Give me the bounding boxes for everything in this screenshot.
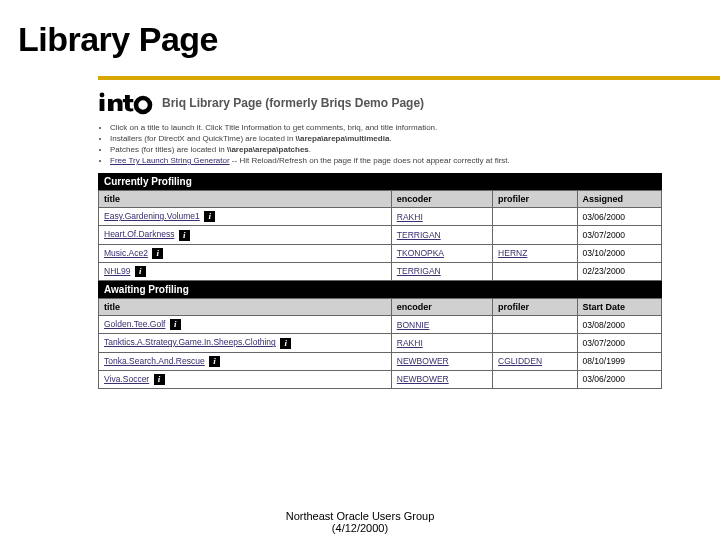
section-header-profiling: Currently Profiling: [98, 173, 662, 190]
cell-encoder: BONNIE: [391, 316, 492, 334]
cell-profiler: [493, 262, 577, 280]
cell-title: NHL99 i: [99, 262, 392, 280]
cell-title: Easy.Gardening.Volume1 i: [99, 208, 392, 226]
cell-encoder: RAKHI: [391, 208, 492, 226]
slide-title: Library Page: [18, 20, 702, 59]
page-subtitle: Briq Library Page (formerly Briqs Demo P…: [162, 96, 424, 110]
encoder-link[interactable]: RAKHI: [397, 212, 423, 222]
col-title: title: [99, 299, 392, 316]
title-link[interactable]: Viva.Soccer: [104, 374, 149, 384]
col-encoder: encoder: [391, 299, 492, 316]
col-profiler: profiler: [493, 299, 577, 316]
cell-encoder: NEWBOWER: [391, 370, 492, 388]
table-row: Viva.Soccer iNEWBOWER03/06/2000: [99, 370, 662, 388]
profiler-link[interactable]: HERNZ: [498, 248, 527, 258]
bullet-2: Installers (for DirectX and QuickTime) a…: [110, 134, 662, 143]
cell-date: 03/06/2000: [577, 370, 661, 388]
cell-encoder: NEWBOWER: [391, 352, 492, 370]
col-title: title: [99, 191, 392, 208]
cell-encoder: TERRIGAN: [391, 226, 492, 244]
col-profiler: profiler: [493, 191, 577, 208]
cell-profiler: [493, 208, 577, 226]
table-row: Tanktics.A.Strategy.Game.In.Sheeps.Cloth…: [99, 334, 662, 352]
encoder-link[interactable]: RAKHI: [397, 338, 423, 348]
info-icon[interactable]: i: [204, 211, 215, 222]
screenshot-content: Briq Library Page (formerly Briqs Demo P…: [98, 91, 662, 389]
cell-date: 02/23/2000: [577, 262, 661, 280]
encoder-link[interactable]: BONNIE: [397, 320, 430, 330]
cell-date: 03/07/2000: [577, 226, 661, 244]
svg-point-0: [100, 93, 105, 98]
table-row: Music.Ace2 iTKONOPKAHERNZ03/10/2000: [99, 244, 662, 262]
bullet-1: Click on a title to launch it. Click Tit…: [110, 123, 662, 132]
encoder-link[interactable]: TERRIGAN: [397, 266, 441, 276]
cell-title: Golden.Tee.Golf i: [99, 316, 392, 334]
title-link[interactable]: Heart.Of.Darkness: [104, 229, 174, 239]
currently-profiling-table: title encoder profiler Assigned Easy.Gar…: [98, 190, 662, 281]
cell-date: 03/08/2000: [577, 316, 661, 334]
slide-footer: Northeast Oracle Users Group (4/12/2000): [0, 510, 720, 534]
info-icon[interactable]: i: [154, 374, 165, 385]
col-encoder: encoder: [391, 191, 492, 208]
instruction-bullets: Click on a title to launch it. Click Tit…: [98, 123, 662, 165]
cell-profiler: [493, 334, 577, 352]
cell-title: Tonka.Search.And.Rescue i: [99, 352, 392, 370]
table-row: Tonka.Search.And.Rescue iNEWBOWERCGLIDDE…: [99, 352, 662, 370]
info-icon[interactable]: i: [209, 356, 220, 367]
cell-date: 03/07/2000: [577, 334, 661, 352]
col-assigned: Assigned: [577, 191, 661, 208]
col-startdate: Start Date: [577, 299, 661, 316]
svg-rect-1: [100, 99, 105, 111]
title-link[interactable]: NHL99: [104, 266, 130, 276]
encoder-link[interactable]: TERRIGAN: [397, 230, 441, 240]
title-underline: [98, 76, 720, 80]
encoder-link[interactable]: TKONOPKA: [397, 248, 444, 258]
table-row: Golden.Tee.Golf iBONNIE03/08/2000: [99, 316, 662, 334]
table-row: Heart.Of.Darkness iTERRIGAN03/07/2000: [99, 226, 662, 244]
table-header-row: title encoder profiler Assigned: [99, 191, 662, 208]
cell-date: 03/06/2000: [577, 208, 661, 226]
cell-title: Music.Ace2 i: [99, 244, 392, 262]
table-row: Easy.Gardening.Volume1 iRAKHI03/06/2000: [99, 208, 662, 226]
title-link[interactable]: Tanktics.A.Strategy.Game.In.Sheeps.Cloth…: [104, 337, 276, 347]
cell-profiler: [493, 370, 577, 388]
table-row: NHL99 iTERRIGAN02/23/2000: [99, 262, 662, 280]
info-icon[interactable]: i: [179, 230, 190, 241]
cell-profiler: CGLIDDEN: [493, 352, 577, 370]
encoder-link[interactable]: NEWBOWER: [397, 356, 449, 366]
into-networks-logo: [98, 91, 154, 115]
launch-string-generator-link[interactable]: Free Try Launch String Generator: [110, 156, 230, 165]
cell-encoder: RAKHI: [391, 334, 492, 352]
info-icon[interactable]: i: [170, 319, 181, 330]
awaiting-profiling-table: title encoder profiler Start Date Golden…: [98, 298, 662, 389]
title-link[interactable]: Tonka.Search.And.Rescue: [104, 356, 205, 366]
info-icon[interactable]: i: [152, 248, 163, 259]
logo-row: Briq Library Page (formerly Briqs Demo P…: [98, 91, 662, 115]
cell-profiler: [493, 226, 577, 244]
title-link[interactable]: Easy.Gardening.Volume1: [104, 211, 200, 221]
bullet-4: Free Try Launch String Generator -- Hit …: [110, 156, 662, 165]
cell-profiler: [493, 316, 577, 334]
cell-profiler: HERNZ: [493, 244, 577, 262]
section-header-awaiting: Awaiting Profiling: [98, 281, 662, 298]
title-link[interactable]: Golden.Tee.Golf: [104, 319, 165, 329]
cell-encoder: TKONOPKA: [391, 244, 492, 262]
cell-date: 08/10/1999: [577, 352, 661, 370]
cell-date: 03/10/2000: [577, 244, 661, 262]
svg-point-2: [136, 98, 150, 112]
cell-title: Tanktics.A.Strategy.Game.In.Sheeps.Cloth…: [99, 334, 392, 352]
info-icon[interactable]: i: [280, 338, 291, 349]
cell-title: Viva.Soccer i: [99, 370, 392, 388]
profiler-link[interactable]: CGLIDDEN: [498, 356, 542, 366]
cell-encoder: TERRIGAN: [391, 262, 492, 280]
bullet-3: Patches (for titles) are located in \\ar…: [110, 145, 662, 154]
title-link[interactable]: Music.Ace2: [104, 248, 148, 258]
encoder-link[interactable]: NEWBOWER: [397, 374, 449, 384]
info-icon[interactable]: i: [135, 266, 146, 277]
table-header-row: title encoder profiler Start Date: [99, 299, 662, 316]
cell-title: Heart.Of.Darkness i: [99, 226, 392, 244]
